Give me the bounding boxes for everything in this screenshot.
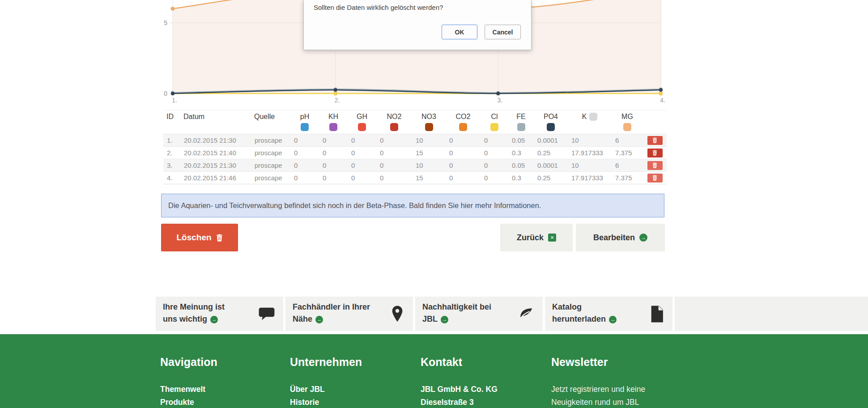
teaser-dealers-label: Fachhändler in Ihrer Nähe→ [293,301,370,325]
table-row-3: 3.20.02.2015 21:30proscape000010000.050.… [163,159,667,172]
cell-datum: 20.02.2015 21:46 [180,172,251,184]
footer-link[interactable]: Historie [290,396,415,408]
footer-link[interactable]: Themenwelt [160,383,285,396]
svg-text:4.: 4. [660,97,665,104]
delete-button[interactable]: Löschen [161,224,238,251]
series-swatch-po4 [547,123,555,131]
teaser-dealers[interactable]: Fachhändler in Ihrer Nähe→ [285,297,413,331]
column-header-kh: KH [319,110,348,134]
cell-cl: 0 [481,147,508,159]
cell-no3: 10 [412,134,446,147]
delete-row-button[interactable] [647,136,663,145]
delete-row-button[interactable] [647,149,663,157]
cell-no2: 0 [376,159,412,172]
cell-co2: 0 [446,134,481,147]
column-header-datum: Datum [180,110,251,134]
trash-icon [216,234,223,242]
cell-no2: 0 [376,147,412,159]
svg-text:1.: 1. [172,97,177,104]
row-actions-cell [643,172,667,184]
footer-column-navigation: NavigationThemenweltProdukte [160,356,285,408]
leaf-icon [517,306,535,322]
cell-co2: 0 [446,172,481,184]
series-swatch-no3 [425,123,433,131]
cell-kh: 0 [319,172,348,184]
series-swatch-fe [517,123,525,131]
cell-mg: 6 [612,134,643,147]
table-row-2: 2.20.02.2015 21:40proscape000015000.30.2… [163,147,667,159]
cell-no2: 0 [376,134,412,147]
speech-bubble-icon [258,306,275,323]
footer-link[interactable]: Über JBL [290,383,415,396]
column-label: FE [516,113,525,120]
cell-datum: 20.02.2015 21:30 [180,159,251,172]
cell-kh: 0 [319,147,348,159]
cell-gh: 0 [348,147,376,159]
trash-icon [652,175,657,181]
column-header-mg: MG [612,110,643,134]
back-button-label: Zurück [517,233,544,242]
cell-id: 1. [163,134,180,147]
footer-link[interactable]: Dieselstraße 3 [421,396,546,408]
cell-kh: 0 [319,159,348,172]
teaser-sustainability[interactable]: Nachhaltigkeit bei JBL→ [415,297,543,331]
series-swatch-kh [329,123,337,131]
trash-icon [652,150,657,156]
teaser-sustainability-label: Nachhaltigkeit bei JBL→ [422,301,491,325]
cell-k: 10 [568,134,612,147]
footer-heading: Newsletter [551,356,677,369]
cancel-button[interactable]: Cancel [485,25,521,39]
arrow-right-icon: → [210,316,218,323]
column-header-po4: PO4 [534,110,568,134]
cell-id: 2. [163,147,180,159]
column-header-ph: pH [290,110,319,134]
column-label: NO2 [387,113,402,120]
cell-co2: 0 [446,159,481,172]
trash-icon [652,137,657,143]
cell-cl: 0 [481,172,508,184]
measurements-table: IDDatumQuellepHKHGHNO2NO3CO2ClFEPO4KMG 1… [163,110,667,184]
edit-button[interactable]: Bearbeiten → [576,224,665,251]
footer-column-newsletter: NewsletterJetzt registrieren und keineNe… [551,356,677,408]
series-swatch-co2 [459,123,467,131]
back-button[interactable]: Zurück ✕ [500,224,573,251]
arrow-right-icon: → [315,316,323,323]
column-header-quelle: Quelle [251,110,290,134]
cell-gh: 0 [348,172,376,184]
svg-text:0: 0 [164,90,167,97]
footer-link[interactable]: JBL GmbH & Co. KG [421,383,546,396]
table-row-1: 1.20.02.2015 21:30proscape000010000.050.… [163,134,667,147]
cell-po4: 0.0001 [534,159,568,172]
cell-quelle: proscape [251,172,290,184]
footer-text-line: Neuigkeiten rund um JBL [551,396,677,408]
cell-co2: 0 [446,147,481,159]
edit-button-label: Bearbeiten [593,233,635,242]
beta-info-text: Die Aquarien- und Teichverwaltung befind… [168,201,541,210]
column-header-co2: CO2 [446,110,481,134]
footer-link[interactable]: Produkte [160,396,285,408]
row-actions-cell [643,159,667,172]
cell-datum: 20.02.2015 21:40 [180,147,251,159]
cell-po4: 0.0001 [534,134,568,147]
series-swatch-ph [301,123,309,131]
teaser-feedback-label: Ihre Meinung ist uns wichtig→ [163,301,225,325]
column-label: NO3 [421,113,436,120]
delete-row-button[interactable] [647,161,663,170]
delete-row-button[interactable] [647,174,663,183]
trash-icon [652,162,657,168]
cell-quelle: proscape [251,159,290,172]
teaser-feedback[interactable]: Ihre Meinung ist uns wichtig→ [156,297,283,331]
cell-fe: 0.3 [508,147,534,159]
column-header-k: K [568,110,612,134]
row-actions-cell [643,147,667,159]
cell-k: 17.917333 [568,147,612,159]
ok-button[interactable]: OK [442,25,477,39]
teaser-catalog[interactable]: Katalog herunterladen→ [545,297,672,331]
footer-heading: Unternehmen [290,356,415,369]
arrow-right-icon: → [639,234,647,242]
column-header-no3: NO3 [412,110,446,134]
svg-text:2.: 2. [335,97,340,104]
cell-cl: 0 [481,159,508,172]
confirm-dialog: Sollten die Daten wirklich gelöscht werd… [303,0,532,50]
teaser-catalog-label: Katalog herunterladen→ [552,301,617,325]
